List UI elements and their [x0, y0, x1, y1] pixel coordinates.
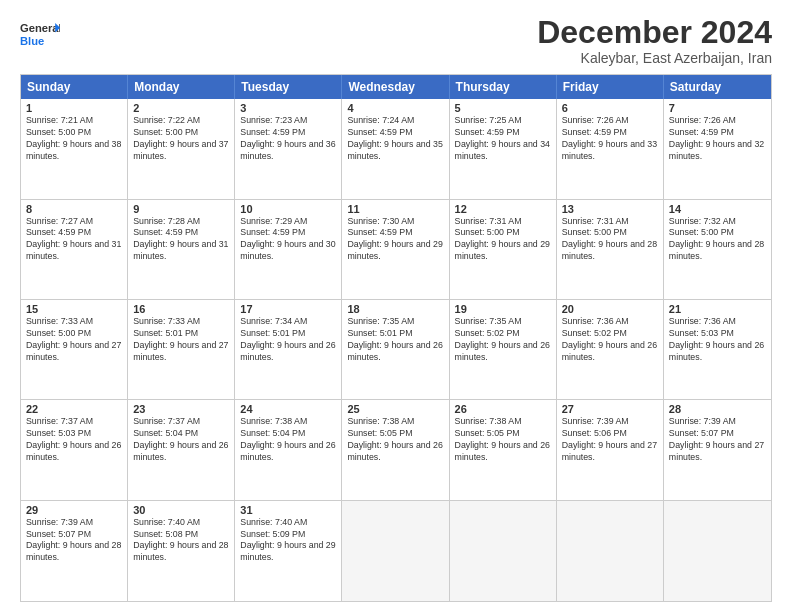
day-cell: 29 Sunrise: 7:39 AMSunset: 5:07 PMDaylig… [21, 501, 128, 601]
week-row-2: 8 Sunrise: 7:27 AMSunset: 4:59 PMDayligh… [21, 200, 771, 300]
day-number: 4 [347, 102, 443, 114]
day-number: 6 [562, 102, 658, 114]
day-number: 18 [347, 303, 443, 315]
day-info: Sunrise: 7:33 AMSunset: 5:01 PMDaylight:… [133, 316, 229, 364]
page: General Blue December 2024 Kaleybar, Eas… [0, 0, 792, 612]
day-cell: 17 Sunrise: 7:34 AMSunset: 5:01 PMDaylig… [235, 300, 342, 399]
day-info: Sunrise: 7:36 AMSunset: 5:02 PMDaylight:… [562, 316, 658, 364]
day-info: Sunrise: 7:21 AMSunset: 5:00 PMDaylight:… [26, 115, 122, 163]
day-number: 8 [26, 203, 122, 215]
day-cell: 20 Sunrise: 7:36 AMSunset: 5:02 PMDaylig… [557, 300, 664, 399]
day-cell: 8 Sunrise: 7:27 AMSunset: 4:59 PMDayligh… [21, 200, 128, 299]
day-info: Sunrise: 7:39 AMSunset: 5:07 PMDaylight:… [26, 517, 122, 565]
header-day-tuesday: Tuesday [235, 75, 342, 99]
day-cell: 5 Sunrise: 7:25 AMSunset: 4:59 PMDayligh… [450, 99, 557, 198]
day-info: Sunrise: 7:36 AMSunset: 5:03 PMDaylight:… [669, 316, 766, 364]
day-number: 17 [240, 303, 336, 315]
day-cell: 26 Sunrise: 7:38 AMSunset: 5:05 PMDaylig… [450, 400, 557, 499]
svg-text:Blue: Blue [20, 35, 44, 47]
day-info: Sunrise: 7:29 AMSunset: 4:59 PMDaylight:… [240, 216, 336, 264]
day-cell: 19 Sunrise: 7:35 AMSunset: 5:02 PMDaylig… [450, 300, 557, 399]
day-number: 13 [562, 203, 658, 215]
day-info: Sunrise: 7:32 AMSunset: 5:00 PMDaylight:… [669, 216, 766, 264]
title-area: December 2024 Kaleybar, East Azerbaijan,… [537, 15, 772, 66]
day-info: Sunrise: 7:26 AMSunset: 4:59 PMDaylight:… [669, 115, 766, 163]
day-info: Sunrise: 7:35 AMSunset: 5:01 PMDaylight:… [347, 316, 443, 364]
day-number: 22 [26, 403, 122, 415]
day-number: 20 [562, 303, 658, 315]
logo: General Blue [20, 15, 60, 55]
day-number: 21 [669, 303, 766, 315]
day-number: 16 [133, 303, 229, 315]
day-number: 2 [133, 102, 229, 114]
day-cell: 25 Sunrise: 7:38 AMSunset: 5:05 PMDaylig… [342, 400, 449, 499]
header: General Blue December 2024 Kaleybar, Eas… [20, 15, 772, 66]
day-number: 30 [133, 504, 229, 516]
day-number: 14 [669, 203, 766, 215]
day-info: Sunrise: 7:37 AMSunset: 5:03 PMDaylight:… [26, 416, 122, 464]
day-number: 7 [669, 102, 766, 114]
day-number: 24 [240, 403, 336, 415]
day-number: 12 [455, 203, 551, 215]
day-cell: 9 Sunrise: 7:28 AMSunset: 4:59 PMDayligh… [128, 200, 235, 299]
day-info: Sunrise: 7:28 AMSunset: 4:59 PMDaylight:… [133, 216, 229, 264]
day-cell: 24 Sunrise: 7:38 AMSunset: 5:04 PMDaylig… [235, 400, 342, 499]
calendar-body: 1 Sunrise: 7:21 AMSunset: 5:00 PMDayligh… [21, 99, 771, 601]
month-title: December 2024 [537, 15, 772, 50]
day-cell: 23 Sunrise: 7:37 AMSunset: 5:04 PMDaylig… [128, 400, 235, 499]
week-row-3: 15 Sunrise: 7:33 AMSunset: 5:00 PMDaylig… [21, 300, 771, 400]
day-info: Sunrise: 7:35 AMSunset: 5:02 PMDaylight:… [455, 316, 551, 364]
day-cell: 1 Sunrise: 7:21 AMSunset: 5:00 PMDayligh… [21, 99, 128, 198]
day-cell: 7 Sunrise: 7:26 AMSunset: 4:59 PMDayligh… [664, 99, 771, 198]
day-number: 26 [455, 403, 551, 415]
day-info: Sunrise: 7:38 AMSunset: 5:05 PMDaylight:… [455, 416, 551, 464]
header-day-sunday: Sunday [21, 75, 128, 99]
day-info: Sunrise: 7:37 AMSunset: 5:04 PMDaylight:… [133, 416, 229, 464]
week-row-4: 22 Sunrise: 7:37 AMSunset: 5:03 PMDaylig… [21, 400, 771, 500]
calendar: SundayMondayTuesdayWednesdayThursdayFrid… [20, 74, 772, 602]
day-number: 23 [133, 403, 229, 415]
day-number: 1 [26, 102, 122, 114]
week-row-1: 1 Sunrise: 7:21 AMSunset: 5:00 PMDayligh… [21, 99, 771, 199]
day-info: Sunrise: 7:40 AMSunset: 5:08 PMDaylight:… [133, 517, 229, 565]
header-day-saturday: Saturday [664, 75, 771, 99]
day-cell [664, 501, 771, 601]
day-cell: 12 Sunrise: 7:31 AMSunset: 5:00 PMDaylig… [450, 200, 557, 299]
day-number: 10 [240, 203, 336, 215]
day-number: 11 [347, 203, 443, 215]
day-info: Sunrise: 7:33 AMSunset: 5:00 PMDaylight:… [26, 316, 122, 364]
day-number: 19 [455, 303, 551, 315]
day-info: Sunrise: 7:39 AMSunset: 5:07 PMDaylight:… [669, 416, 766, 464]
day-info: Sunrise: 7:30 AMSunset: 4:59 PMDaylight:… [347, 216, 443, 264]
day-cell: 2 Sunrise: 7:22 AMSunset: 5:00 PMDayligh… [128, 99, 235, 198]
day-number: 5 [455, 102, 551, 114]
day-cell: 22 Sunrise: 7:37 AMSunset: 5:03 PMDaylig… [21, 400, 128, 499]
day-info: Sunrise: 7:38 AMSunset: 5:04 PMDaylight:… [240, 416, 336, 464]
subtitle: Kaleybar, East Azerbaijan, Iran [537, 50, 772, 66]
day-cell [557, 501, 664, 601]
day-info: Sunrise: 7:27 AMSunset: 4:59 PMDaylight:… [26, 216, 122, 264]
day-info: Sunrise: 7:26 AMSunset: 4:59 PMDaylight:… [562, 115, 658, 163]
day-number: 27 [562, 403, 658, 415]
day-info: Sunrise: 7:38 AMSunset: 5:05 PMDaylight:… [347, 416, 443, 464]
day-cell: 31 Sunrise: 7:40 AMSunset: 5:09 PMDaylig… [235, 501, 342, 601]
day-info: Sunrise: 7:31 AMSunset: 5:00 PMDaylight:… [562, 216, 658, 264]
day-info: Sunrise: 7:23 AMSunset: 4:59 PMDaylight:… [240, 115, 336, 163]
day-info: Sunrise: 7:40 AMSunset: 5:09 PMDaylight:… [240, 517, 336, 565]
day-cell: 10 Sunrise: 7:29 AMSunset: 4:59 PMDaylig… [235, 200, 342, 299]
header-day-wednesday: Wednesday [342, 75, 449, 99]
header-day-monday: Monday [128, 75, 235, 99]
day-cell [342, 501, 449, 601]
day-number: 15 [26, 303, 122, 315]
day-cell: 30 Sunrise: 7:40 AMSunset: 5:08 PMDaylig… [128, 501, 235, 601]
week-row-5: 29 Sunrise: 7:39 AMSunset: 5:07 PMDaylig… [21, 501, 771, 601]
day-cell: 3 Sunrise: 7:23 AMSunset: 4:59 PMDayligh… [235, 99, 342, 198]
day-number: 28 [669, 403, 766, 415]
day-cell: 27 Sunrise: 7:39 AMSunset: 5:06 PMDaylig… [557, 400, 664, 499]
day-cell: 15 Sunrise: 7:33 AMSunset: 5:00 PMDaylig… [21, 300, 128, 399]
header-day-thursday: Thursday [450, 75, 557, 99]
day-cell: 16 Sunrise: 7:33 AMSunset: 5:01 PMDaylig… [128, 300, 235, 399]
svg-text:General: General [20, 22, 60, 34]
day-cell: 6 Sunrise: 7:26 AMSunset: 4:59 PMDayligh… [557, 99, 664, 198]
day-info: Sunrise: 7:24 AMSunset: 4:59 PMDaylight:… [347, 115, 443, 163]
